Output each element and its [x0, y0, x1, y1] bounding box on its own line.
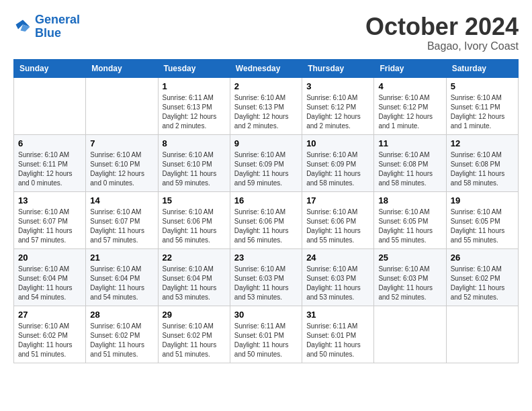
calendar-cell — [14, 77, 86, 134]
day-number: 13 — [18, 195, 81, 205]
day-info: Sunrise: 6:10 AM Sunset: 6:04 PM Dayligh… — [90, 265, 153, 302]
day-number: 27 — [18, 310, 81, 320]
calendar-week-3: 13Sunrise: 6:10 AM Sunset: 6:07 PM Dayli… — [14, 191, 519, 248]
weekday-header-monday: Monday — [86, 59, 158, 77]
day-info: Sunrise: 6:11 AM Sunset: 6:13 PM Dayligh… — [163, 93, 226, 131]
day-number: 4 — [378, 81, 441, 91]
calendar-cell: 8Sunrise: 6:10 AM Sunset: 6:10 PM Daylig… — [158, 134, 230, 191]
day-info: Sunrise: 6:10 AM Sunset: 6:09 PM Dayligh… — [306, 150, 369, 188]
day-number: 18 — [378, 195, 441, 205]
weekday-header-friday: Friday — [374, 59, 446, 77]
logo-general: General — [35, 13, 80, 26]
day-info: Sunrise: 6:10 AM Sunset: 6:05 PM Dayligh… — [378, 208, 441, 245]
day-number: 26 — [451, 253, 514, 263]
day-number: 3 — [306, 81, 369, 91]
calendar-cell: 27Sunrise: 6:10 AM Sunset: 6:02 PM Dayli… — [14, 306, 86, 363]
day-info: Sunrise: 6:10 AM Sunset: 6:13 PM Dayligh… — [234, 93, 298, 131]
location: Bagao, Ivory Coast — [365, 40, 519, 52]
logo-icon — [13, 17, 32, 36]
calendar-cell: 28Sunrise: 6:10 AM Sunset: 6:02 PM Dayli… — [86, 306, 158, 363]
day-info: Sunrise: 6:10 AM Sunset: 6:07 PM Dayligh… — [90, 208, 153, 245]
calendar-cell: 4Sunrise: 6:10 AM Sunset: 6:12 PM Daylig… — [374, 77, 446, 134]
weekday-header-tuesday: Tuesday — [158, 59, 230, 77]
calendar-cell: 9Sunrise: 6:10 AM Sunset: 6:09 PM Daylig… — [230, 134, 302, 191]
calendar-cell: 11Sunrise: 6:10 AM Sunset: 6:08 PM Dayli… — [374, 134, 446, 191]
calendar-cell: 23Sunrise: 6:10 AM Sunset: 6:03 PM Dayli… — [230, 248, 302, 306]
day-info: Sunrise: 6:10 AM Sunset: 6:02 PM Dayligh… — [90, 322, 153, 359]
weekday-header-row: SundayMondayTuesdayWednesdayThursdayFrid… — [14, 59, 519, 77]
day-number: 5 — [451, 81, 514, 91]
day-number: 1 — [163, 81, 226, 91]
calendar-cell — [446, 306, 518, 363]
calendar-cell: 19Sunrise: 6:10 AM Sunset: 6:05 PM Dayli… — [446, 191, 518, 248]
day-number: 6 — [18, 138, 81, 148]
day-info: Sunrise: 6:10 AM Sunset: 6:03 PM Dayligh… — [234, 265, 298, 302]
day-info: Sunrise: 6:10 AM Sunset: 6:12 PM Dayligh… — [306, 93, 369, 131]
day-number: 9 — [234, 138, 298, 148]
calendar-cell: 13Sunrise: 6:10 AM Sunset: 6:07 PM Dayli… — [14, 191, 86, 248]
day-number: 28 — [90, 310, 153, 320]
day-number: 16 — [234, 195, 298, 205]
weekday-header-saturday: Saturday — [446, 59, 518, 77]
day-number: 7 — [90, 138, 153, 148]
calendar-cell: 15Sunrise: 6:10 AM Sunset: 6:06 PM Dayli… — [158, 191, 230, 248]
day-info: Sunrise: 6:10 AM Sunset: 6:02 PM Dayligh… — [163, 322, 226, 359]
logo: General Blue — [13, 13, 80, 40]
day-info: Sunrise: 6:10 AM Sunset: 6:07 PM Dayligh… — [18, 208, 81, 245]
calendar-table: SundayMondayTuesdayWednesdayThursdayFrid… — [13, 59, 519, 363]
weekday-header-wednesday: Wednesday — [230, 59, 302, 77]
day-number: 23 — [234, 253, 298, 263]
calendar-cell: 18Sunrise: 6:10 AM Sunset: 6:05 PM Dayli… — [374, 191, 446, 248]
month-title: October 2024 — [365, 13, 519, 40]
weekday-header-thursday: Thursday — [302, 59, 374, 77]
calendar-cell: 14Sunrise: 6:10 AM Sunset: 6:07 PM Dayli… — [86, 191, 158, 248]
calendar-cell: 20Sunrise: 6:10 AM Sunset: 6:04 PM Dayli… — [14, 248, 86, 306]
day-info: Sunrise: 6:10 AM Sunset: 6:10 PM Dayligh… — [90, 150, 153, 188]
calendar-cell: 1Sunrise: 6:11 AM Sunset: 6:13 PM Daylig… — [158, 77, 230, 134]
day-info: Sunrise: 6:10 AM Sunset: 6:06 PM Dayligh… — [163, 208, 226, 245]
weekday-header-sunday: Sunday — [14, 59, 86, 77]
day-info: Sunrise: 6:10 AM Sunset: 6:06 PM Dayligh… — [234, 208, 298, 245]
day-number: 30 — [234, 310, 298, 320]
calendar-cell: 2Sunrise: 6:10 AM Sunset: 6:13 PM Daylig… — [230, 77, 302, 134]
calendar-cell — [86, 77, 158, 134]
logo-blue: Blue — [35, 26, 61, 40]
calendar-cell: 10Sunrise: 6:10 AM Sunset: 6:09 PM Dayli… — [302, 134, 374, 191]
day-number: 12 — [451, 138, 514, 148]
day-number: 8 — [163, 138, 226, 148]
day-info: Sunrise: 6:11 AM Sunset: 6:01 PM Dayligh… — [306, 322, 369, 359]
day-number: 21 — [90, 253, 153, 263]
day-info: Sunrise: 6:10 AM Sunset: 6:11 PM Dayligh… — [18, 150, 81, 188]
day-number: 31 — [306, 310, 369, 320]
calendar-week-1: 1Sunrise: 6:11 AM Sunset: 6:13 PM Daylig… — [14, 77, 519, 134]
day-info: Sunrise: 6:10 AM Sunset: 6:08 PM Dayligh… — [451, 150, 514, 188]
calendar-cell: 30Sunrise: 6:11 AM Sunset: 6:01 PM Dayli… — [230, 306, 302, 363]
calendar-cell: 17Sunrise: 6:10 AM Sunset: 6:06 PM Dayli… — [302, 191, 374, 248]
calendar-week-4: 20Sunrise: 6:10 AM Sunset: 6:04 PM Dayli… — [14, 248, 519, 306]
page-header: General Blue October 2024 Bagao, Ivory C… — [13, 13, 519, 52]
day-info: Sunrise: 6:10 AM Sunset: 6:02 PM Dayligh… — [451, 265, 514, 302]
day-number: 17 — [306, 195, 369, 205]
calendar-cell: 16Sunrise: 6:10 AM Sunset: 6:06 PM Dayli… — [230, 191, 302, 248]
day-number: 22 — [163, 253, 226, 263]
calendar-cell: 22Sunrise: 6:10 AM Sunset: 6:04 PM Dayli… — [158, 248, 230, 306]
day-number: 14 — [90, 195, 153, 205]
calendar-cell: 31Sunrise: 6:11 AM Sunset: 6:01 PM Dayli… — [302, 306, 374, 363]
day-number: 20 — [18, 253, 81, 263]
day-info: Sunrise: 6:11 AM Sunset: 6:01 PM Dayligh… — [234, 322, 298, 359]
title-block: October 2024 Bagao, Ivory Coast — [365, 13, 519, 52]
day-info: Sunrise: 6:10 AM Sunset: 6:08 PM Dayligh… — [378, 150, 441, 188]
day-info: Sunrise: 6:10 AM Sunset: 6:11 PM Dayligh… — [451, 93, 514, 131]
day-info: Sunrise: 6:10 AM Sunset: 6:10 PM Dayligh… — [163, 150, 226, 188]
day-number: 10 — [306, 138, 369, 148]
calendar-cell: 6Sunrise: 6:10 AM Sunset: 6:11 PM Daylig… — [14, 134, 86, 191]
calendar-week-2: 6Sunrise: 6:10 AM Sunset: 6:11 PM Daylig… — [14, 134, 519, 191]
day-info: Sunrise: 6:10 AM Sunset: 6:02 PM Dayligh… — [18, 322, 81, 359]
day-number: 11 — [378, 138, 441, 148]
calendar-week-5: 27Sunrise: 6:10 AM Sunset: 6:02 PM Dayli… — [14, 306, 519, 363]
day-number: 15 — [163, 195, 226, 205]
day-info: Sunrise: 6:10 AM Sunset: 6:05 PM Dayligh… — [451, 208, 514, 245]
logo-text: General Blue — [35, 13, 80, 40]
calendar-cell: 7Sunrise: 6:10 AM Sunset: 6:10 PM Daylig… — [86, 134, 158, 191]
day-number: 19 — [451, 195, 514, 205]
